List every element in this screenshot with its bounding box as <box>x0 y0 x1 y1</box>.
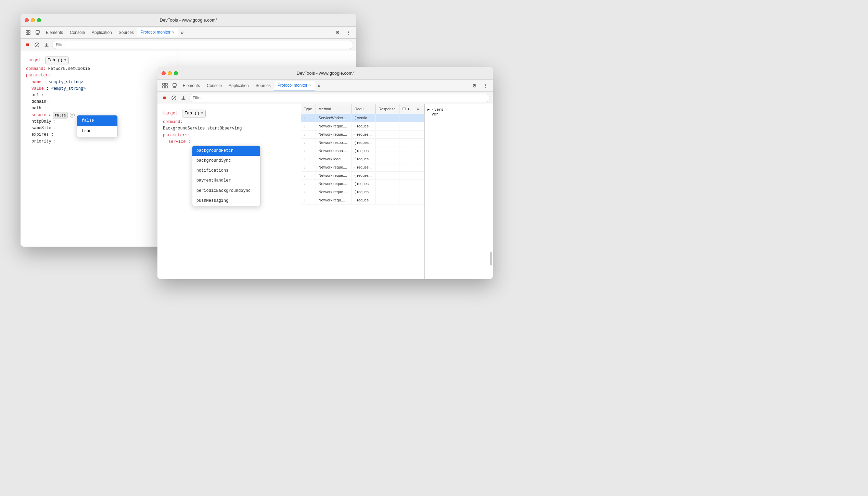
cell-elapsed <box>399 196 414 204</box>
parameters-key: parameters: <box>26 73 53 78</box>
tab-application-2[interactable]: Application <box>225 81 252 90</box>
cell-request: {"reques... <box>352 155 375 163</box>
tabbar-1: Elements Console Application Sources Pro… <box>21 27 356 39</box>
tab-close-icon-2[interactable]: ✕ <box>309 84 311 87</box>
col-overflow[interactable]: » <box>414 104 424 114</box>
cell-response <box>376 114 399 122</box>
tab-protocol-monitor[interactable]: Protocol monitor ✕ <box>137 28 178 37</box>
table-row[interactable]: ↓ Network.respo.... {"reques... <box>301 147 424 155</box>
more-icon-2[interactable]: ⋮ <box>481 81 490 90</box>
autocomplete-paymentHandler[interactable]: paymentHandler <box>192 176 260 186</box>
tab-elements-2[interactable]: Elements <box>179 81 203 90</box>
download-icon-2[interactable] <box>179 94 188 102</box>
inspect-icon[interactable] <box>23 28 33 37</box>
svg-line-21 <box>173 97 175 99</box>
secure-option-false[interactable]: false <box>77 115 117 126</box>
filter-input-1[interactable] <box>52 41 353 49</box>
table-row[interactable]: ↓ Network.reque.... {"reques... <box>301 179 424 188</box>
device-icon-2[interactable] <box>170 81 179 90</box>
cell-response <box>376 171 399 179</box>
table-row[interactable]: ↓ Network.reque.... {"reques... <box>301 171 424 179</box>
target-dropdown[interactable]: Tab () ▾ <box>45 57 68 64</box>
table-row[interactable]: ↓ Network.reque.... {"reques... <box>301 122 424 130</box>
autocomplete-backgroundSync[interactable]: backgroundSync <box>192 156 260 166</box>
cell-method: Network.reque.... <box>316 163 352 171</box>
settings-icon-2[interactable]: ⚙ <box>470 81 479 90</box>
settings-icon[interactable]: ⚙ <box>333 28 342 37</box>
device-icon[interactable] <box>33 28 42 37</box>
detail-tree-child[interactable]: ver <box>427 112 490 117</box>
table-row[interactable]: ↓ Network.respo.... {"reques... <box>301 138 424 147</box>
cell-response <box>376 130 399 138</box>
tab-application[interactable]: Application <box>88 28 115 37</box>
close-button-2[interactable] <box>162 71 166 75</box>
secure-option-true[interactable]: true <box>77 126 117 137</box>
command-key-2: command: <box>163 120 183 124</box>
cell-type: ↓ <box>301 188 316 196</box>
cell-extra <box>414 171 424 179</box>
command-row: command: Network.setCookie <box>26 66 172 72</box>
stop-recording-button-2[interactable]: ⏹ <box>160 94 168 102</box>
minimize-button-1[interactable] <box>31 18 35 22</box>
svg-rect-15 <box>163 86 165 88</box>
tab-console-2[interactable]: Console <box>203 81 225 90</box>
cell-request: {"reques... <box>352 138 375 147</box>
svg-line-8 <box>36 44 38 46</box>
table-row[interactable]: ↓ Network.loadi.... {"reques... <box>301 155 424 163</box>
tab-overflow-icon-2[interactable]: » <box>315 82 323 90</box>
command-row-2: command: <box>163 119 295 125</box>
command-value: Network.setCookie <box>48 66 90 71</box>
autocomplete-pushMessaging[interactable]: pushMessaging <box>192 196 260 206</box>
autocomplete-notifications[interactable]: notifications <box>192 166 260 176</box>
svg-rect-3 <box>28 33 30 35</box>
target-key: target: <box>26 57 43 64</box>
detail-tree-root[interactable]: ▶ {vers <box>427 107 490 112</box>
cell-elapsed <box>399 122 414 130</box>
table-row[interactable]: ↓ Network.requ.... {"reques... <box>301 196 424 204</box>
table-row[interactable]: ↓ ServiceWorker.... {"versio... <box>301 114 424 122</box>
col-type: Type <box>301 104 316 114</box>
clear-button-2[interactable] <box>170 94 178 102</box>
param-service: service : backgroundFetch backgroundSync… <box>163 139 295 145</box>
inspect-icon-2[interactable] <box>160 81 170 90</box>
tab-sources[interactable]: Sources <box>115 28 137 37</box>
table-row[interactable]: ↓ Network.reque.... {"reques... <box>301 163 424 171</box>
dropdown-chevron-2: ▾ <box>201 110 203 117</box>
more-icon[interactable]: ⋮ <box>344 28 353 37</box>
cell-method: Network.reque.... <box>316 130 352 138</box>
close-button-1[interactable] <box>25 18 29 22</box>
clear-button[interactable] <box>33 41 41 49</box>
cell-elapsed <box>399 130 414 138</box>
cell-request: {"reques... <box>352 188 375 196</box>
stop-recording-button[interactable]: ⏹ <box>23 41 31 49</box>
cell-response <box>376 196 399 204</box>
tab-console[interactable]: Console <box>66 28 88 37</box>
secure-badge: false <box>53 112 67 119</box>
table-row[interactable]: ↓ Network.reque.... {"reques... <box>301 130 424 138</box>
tab-elements[interactable]: Elements <box>42 28 66 37</box>
svg-rect-4 <box>36 30 39 33</box>
tab-sources-2[interactable]: Sources <box>252 81 274 90</box>
target-dropdown-2[interactable]: Tab () ▾ <box>182 110 205 117</box>
minimize-button-2[interactable] <box>168 71 172 75</box>
cell-elapsed <box>399 179 414 188</box>
cell-response <box>376 163 399 171</box>
autocomplete-periodicBackgroundSync[interactable]: periodicBackgroundSync <box>192 186 260 196</box>
maximize-button-2[interactable] <box>174 71 178 75</box>
autocomplete-backgroundFetch[interactable]: backgroundFetch <box>192 146 260 156</box>
table-row[interactable]: ↓ Network.reque.... {"reques... <box>301 188 424 196</box>
tab-close-icon[interactable]: ✕ <box>172 30 175 34</box>
clear-secure-icon[interactable]: ⊘ <box>70 113 75 117</box>
cell-method: Network.reque.... <box>316 171 352 179</box>
maximize-button-1[interactable] <box>37 18 41 22</box>
service-input[interactable] <box>192 139 219 144</box>
download-icon[interactable] <box>42 41 51 49</box>
tab-protocol-monitor-2[interactable]: Protocol monitor ✕ <box>274 81 315 90</box>
cell-extra <box>414 188 424 196</box>
filter-input-2[interactable] <box>189 94 490 102</box>
tab-overflow-icon[interactable]: » <box>178 28 186 37</box>
cell-method: Network.reque.... <box>316 122 352 130</box>
traffic-lights-2 <box>162 71 178 75</box>
tabbar-actions: ⚙ ⋮ <box>333 28 353 37</box>
cell-response <box>376 138 399 147</box>
